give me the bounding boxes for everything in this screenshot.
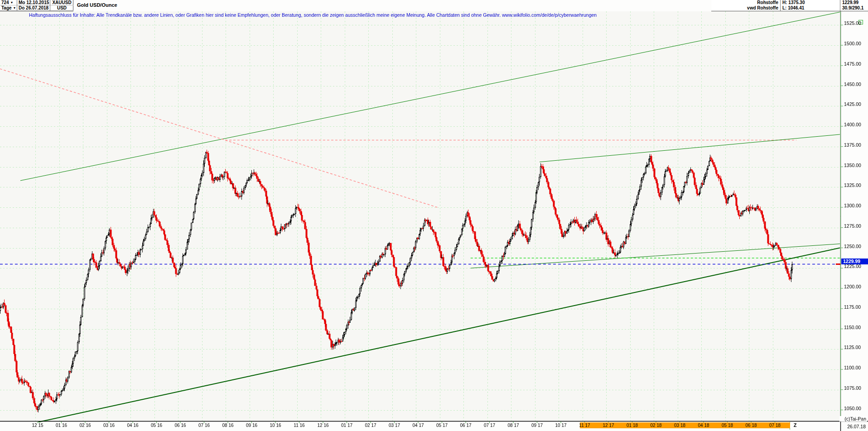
price-tick-label: 1500.00 xyxy=(844,41,861,46)
month-tick-label: 04 17 xyxy=(412,423,424,428)
price-tick-label: 1475.00 xyxy=(844,61,861,67)
category-label: Rohstoffe xyxy=(711,0,780,5)
instrument-name: Gold USD/Ounce xyxy=(76,2,119,8)
price-tick-label: 1450.00 xyxy=(844,81,861,87)
month-tick-label: 07 17 xyxy=(484,423,495,428)
month-tick-label: 05 16 xyxy=(151,423,162,428)
month-tick-label: 06 17 xyxy=(460,423,471,428)
month-tick-label: 03 17 xyxy=(389,423,400,428)
price-tick-label: 1325.00 xyxy=(844,182,861,188)
month-tick-label: 03 18 xyxy=(674,423,685,428)
currency-label: USD xyxy=(50,5,73,11)
period-low-label: L: 1046.41 xyxy=(780,5,840,11)
month-tick-label: 02 18 xyxy=(650,423,661,428)
month-tick-label: 01 16 xyxy=(56,423,67,428)
price-tick-label: 1100.00 xyxy=(844,365,861,370)
axis-end-date: 26.07.18 xyxy=(839,424,867,429)
month-tick-label: 11 16 xyxy=(294,423,304,428)
month-tick-label: 12 16 xyxy=(317,423,328,428)
symbol-label: XAUUSD xyxy=(50,0,73,5)
month-tick-label: 07 18 xyxy=(769,423,781,428)
month-tick-label: 05 18 xyxy=(722,423,733,428)
price-tick-label: 1375.00 xyxy=(844,142,861,148)
provider-label: vwd Rohstoffe xyxy=(711,5,780,11)
price-tick-label: 1350.00 xyxy=(844,163,861,168)
month-tick-label: 12 17 xyxy=(603,423,614,428)
month-tick-label: 04 18 xyxy=(698,423,709,428)
month-tick-label: 10 16 xyxy=(270,423,281,428)
month-tick-label: 09 16 xyxy=(246,423,257,428)
date-to-label: Do 26.07.2018 xyxy=(17,5,50,11)
price-tick-label: 1425.00 xyxy=(844,101,861,107)
price-tick-label: 1150.00 xyxy=(844,325,861,330)
stat-value: 30.9/290.1 xyxy=(840,5,868,11)
chevron-down-icon: ▼ xyxy=(10,1,13,4)
month-tick-label: 01 17 xyxy=(341,423,352,428)
month-tick-label: 08 16 xyxy=(222,423,233,428)
periods-dropdown[interactable]: 724 ▼ xyxy=(0,0,17,5)
price-tick-label: 1075.00 xyxy=(844,385,861,391)
month-tick-label: 02 17 xyxy=(365,423,376,428)
timeframe-dropdown[interactable]: Tage ▼ xyxy=(0,5,17,11)
price-tick-label: 1525.00 xyxy=(844,20,861,26)
month-tick-label: 03 16 xyxy=(103,423,115,428)
price-tick-label: 1275.00 xyxy=(844,223,861,229)
price-tick-label: 1250.00 xyxy=(844,244,861,249)
chevron-down-icon: ▼ xyxy=(13,6,16,10)
month-tick-label: 04 16 xyxy=(127,423,138,428)
price-tick-label: 1400.00 xyxy=(844,122,861,127)
price-tick-label: 1300.00 xyxy=(844,203,861,208)
month-tick-label: 05 17 xyxy=(436,423,448,428)
month-tick-label: 06 18 xyxy=(745,423,757,428)
month-tick-label: 12 15 xyxy=(32,423,43,428)
copyright-label: (c)Tai-Pan xyxy=(839,416,867,421)
tai-pan-chart-window: { "header": { "periods_count": "724", "t… xyxy=(0,0,868,431)
date-from-label: Mo 12.10.2015 xyxy=(17,0,50,5)
zoom-mode-button[interactable]: Z xyxy=(791,422,799,428)
price-tick-label: 1175.00 xyxy=(844,304,861,310)
month-tick-label: 09 17 xyxy=(531,423,543,428)
month-tick-label: 01 18 xyxy=(627,423,638,428)
month-tick-label: 08 17 xyxy=(507,423,519,428)
last-price-value: 1229.99 xyxy=(840,0,868,5)
disclaimer-text: Haftungsausschluss für Inhalte: Alle Tre… xyxy=(29,12,597,18)
month-tick-label: 07 16 xyxy=(198,423,210,428)
chart-settings-header: 724 ▼ Mo 12.10.2015 XAUUSD Tage ▼ Do 26.… xyxy=(0,0,73,11)
price-tick-label: 1200.00 xyxy=(844,284,861,289)
price-tick-label: 1225.00 xyxy=(844,263,861,269)
month-tick-label: 02 16 xyxy=(79,423,91,428)
month-tick-label: 06 16 xyxy=(174,423,186,428)
month-tick-label: 11 17 xyxy=(579,423,590,428)
price-tick-label: 1125.00 xyxy=(844,345,861,350)
quote-info-panel: Rohstoffe H: 1375.30 1229.99 vwd Rohstof… xyxy=(711,0,868,11)
price-chart-canvas[interactable] xyxy=(0,0,868,431)
period-high-label: H: 1375.30 xyxy=(780,0,840,5)
price-tick-label: 1050.00 xyxy=(844,406,861,411)
month-tick-label: 10 17 xyxy=(555,423,566,428)
